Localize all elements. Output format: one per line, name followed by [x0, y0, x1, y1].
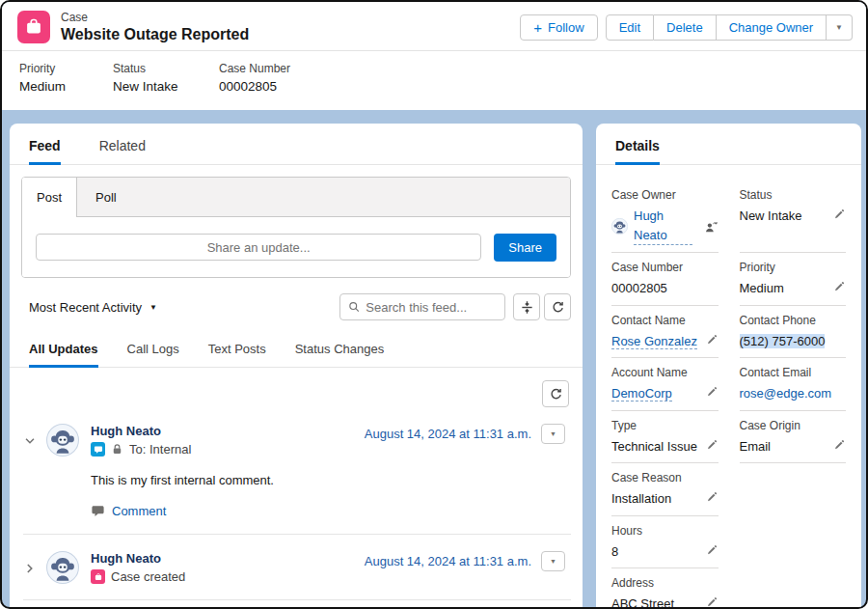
- delete-button[interactable]: Delete: [654, 14, 717, 41]
- feed-tabset: Feed Related: [10, 124, 583, 165]
- feed-item-body: This is my first internal comment.: [91, 473, 565, 487]
- post-type-icon: [91, 442, 105, 457]
- feed-refresh-row: [10, 368, 583, 407]
- contact-name-link[interactable]: Rose Gonzalez: [611, 334, 697, 349]
- tab-related[interactable]: Related: [99, 138, 146, 164]
- composer-body: Share: [22, 217, 570, 277]
- collapse-all-button[interactable]: [513, 293, 540, 320]
- field-contact-email: Contact Email rose@edge.com: [740, 358, 847, 411]
- feed-item-menu-button[interactable]: ▼: [541, 424, 565, 444]
- edit-icon[interactable]: [705, 489, 719, 503]
- field-case-reason: Case Reason Installation: [611, 463, 719, 516]
- edit-icon[interactable]: [832, 279, 846, 292]
- account-name-link[interactable]: DemoCorp: [611, 386, 672, 401]
- expand-item-toggle[interactable]: [23, 551, 46, 584]
- tab-details[interactable]: Details: [615, 138, 660, 164]
- chevron-right-icon: [23, 562, 37, 575]
- edit-icon[interactable]: [705, 332, 719, 346]
- case-event-icon: [91, 569, 105, 584]
- feed-item-controls: August 14, 2024 at 11:31 a.m. ▼: [355, 424, 565, 444]
- subtab-all-updates[interactable]: All Updates: [29, 342, 98, 367]
- tab-feed[interactable]: Feed: [29, 138, 61, 164]
- feed-filter-tabs: All Updates Call Logs Text Posts Status …: [10, 320, 583, 368]
- feed-search-input[interactable]: [366, 300, 497, 315]
- edit-icon[interactable]: [832, 207, 846, 220]
- field-priority: Priority Medium: [740, 253, 847, 306]
- feed-controls-row: Most Recent Activity ▼: [10, 278, 583, 320]
- highlight-priority: Priority Medium: [19, 62, 113, 94]
- edit-icon[interactable]: [705, 595, 719, 608]
- edit-button[interactable]: Edit: [606, 14, 654, 41]
- avatar: [46, 551, 79, 584]
- action-button-group: Edit Delete Change Owner ▼: [606, 14, 853, 41]
- field-case-number: Case Number 00002805: [611, 253, 719, 306]
- chevron-down-icon: ▼: [550, 430, 556, 437]
- case-owner-link[interactable]: Hugh Neato: [634, 207, 692, 245]
- feed-item-meta: Case created: [91, 569, 185, 584]
- briefcase-icon: [23, 16, 44, 38]
- edit-icon[interactable]: [705, 384, 719, 398]
- page-header: Case Website Outage Reported + Follow Ed…: [2, 2, 866, 50]
- contact-email-link[interactable]: rose@edge.com: [740, 386, 832, 401]
- refresh-icon: [551, 300, 565, 315]
- edit-icon[interactable]: [705, 437, 719, 451]
- audience-label: To: Internal: [129, 442, 191, 457]
- change-owner-button[interactable]: Change Owner: [717, 14, 827, 41]
- subtab-status-changes[interactable]: Status Changes: [295, 342, 385, 367]
- search-icon: [348, 300, 360, 314]
- refresh-feed-button[interactable]: [544, 293, 571, 320]
- details-fields: Case Owner Hugh Neato Status New Intake: [596, 165, 861, 609]
- feed-item-header: Hugh Neato To: Internal August 14, 2024 …: [91, 424, 565, 457]
- field-status: Status New Intake: [740, 180, 847, 253]
- subtab-call-logs[interactable]: Call Logs: [127, 342, 179, 367]
- highlight-case-number: Case Number 00002805: [219, 62, 290, 94]
- tab-post[interactable]: Post: [22, 178, 77, 217]
- field-account-name: Account Name DemoCorp: [611, 358, 719, 411]
- empty-cell: [740, 516, 847, 569]
- more-actions-button[interactable]: ▼: [827, 14, 853, 41]
- share-button[interactable]: Share: [494, 234, 556, 262]
- edit-icon[interactable]: [832, 437, 846, 451]
- field-hours: Hours 8: [611, 516, 719, 569]
- tab-poll[interactable]: Poll: [77, 178, 570, 217]
- follow-button[interactable]: + Follow: [520, 14, 597, 41]
- collapse-item-toggle[interactable]: [23, 424, 46, 518]
- refresh-list-button[interactable]: [542, 380, 569, 407]
- highlight-status: Status New Intake: [113, 62, 219, 94]
- divider: [23, 599, 571, 600]
- chevron-down-icon: ▼: [149, 303, 157, 312]
- timestamp-link[interactable]: August 14, 2024 at 11:31 a.m.: [365, 554, 531, 568]
- comment-action[interactable]: Comment: [91, 504, 565, 518]
- details-tabset: Details: [596, 124, 861, 165]
- feed-item-content: Hugh Neato To: Internal August 14, 2024 …: [91, 424, 565, 518]
- event-label: Case created: [111, 569, 185, 584]
- change-owner-icon[interactable]: [704, 219, 719, 234]
- feed-item-author-block: Hugh Neato To: Internal: [91, 424, 191, 457]
- lock-icon: [111, 443, 123, 456]
- phone-value-highlighted[interactable]: (512) 757-6000: [740, 334, 826, 348]
- record-header-card: Case Website Outage Reported + Follow Ed…: [2, 2, 866, 110]
- record-titles: Case Website Outage Reported: [61, 11, 249, 43]
- sort-dropdown[interactable]: Most Recent Activity ▼: [29, 300, 157, 315]
- edit-icon[interactable]: [705, 542, 719, 556]
- feed-item-author-block: Hugh Neato Case created: [91, 551, 185, 584]
- entity-label: Case: [61, 11, 249, 24]
- empty-cell: [740, 568, 847, 609]
- field-address: Address ABC Street: [611, 568, 719, 609]
- subtab-text-posts[interactable]: Text Posts: [208, 342, 266, 367]
- briefcase-icon: [94, 572, 103, 582]
- author-link[interactable]: Hugh Neato: [91, 551, 185, 566]
- timestamp-link[interactable]: August 14, 2024 at 11:31 a.m.: [365, 427, 531, 441]
- case-record-window: Case Website Outage Reported + Follow Ed…: [0, 0, 868, 609]
- avatar: [46, 424, 79, 457]
- author-link[interactable]: Hugh Neato: [91, 424, 191, 438]
- refresh-icon: [549, 387, 563, 401]
- composer-tabset: Post Poll: [22, 178, 570, 217]
- owner-avatar: [611, 218, 628, 235]
- feed-search-box[interactable]: [339, 293, 505, 320]
- chevron-down-icon: ▼: [835, 23, 843, 32]
- field-case-origin: Case Origin Email: [740, 411, 847, 464]
- feed-item-menu-button[interactable]: ▼: [541, 551, 565, 571]
- share-update-input[interactable]: [36, 234, 481, 261]
- field-case-owner: Case Owner Hugh Neato: [611, 180, 719, 253]
